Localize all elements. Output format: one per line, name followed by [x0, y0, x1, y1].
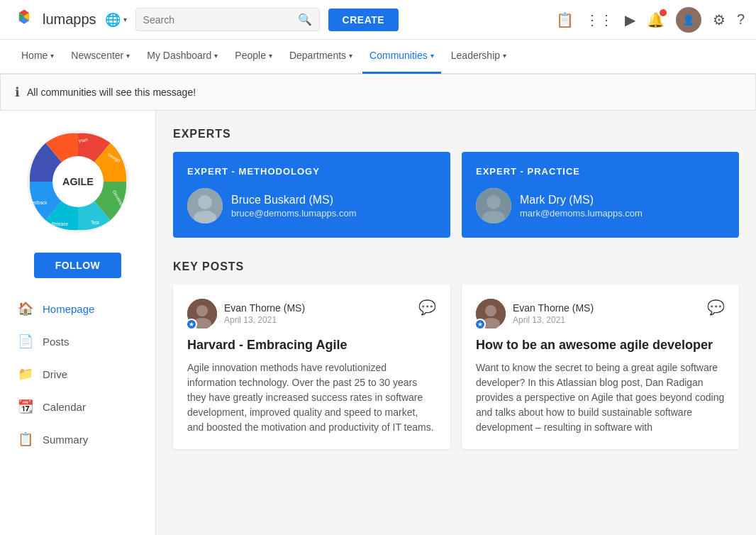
- post-excerpt-2: Want to know the secret to being a great…: [476, 360, 725, 435]
- experts-section: EXPERTS EXPERT - METHODOLOGY: [173, 128, 739, 238]
- expert-details-mark: Mark Dry (MS) mark@demoms.lumapps.com: [520, 194, 643, 219]
- post-title-1: Harvard - Embracing Agile: [187, 337, 436, 353]
- sidebar-navigation: 🏠 Homepage 📄 Posts 📁 Drive 📆 Calendar 📋 …: [0, 292, 155, 456]
- alert-banner: ℹ All communities will see this message!: [0, 74, 756, 111]
- chat-icon-1[interactable]: 💬: [418, 299, 436, 316]
- nav-item-people[interactable]: People ▾: [228, 40, 279, 74]
- grid-icon[interactable]: ⋮⋮: [585, 11, 613, 28]
- expert-avatar-bruce: [187, 188, 223, 224]
- main-content: EXPERTS EXPERT - METHODOLOGY: [156, 111, 756, 535]
- post-card-1: ★ Evan Thorne (MS) April 13, 2021 💬 Harv…: [173, 285, 450, 449]
- expert-card-title-practice: EXPERT - PRACTICE: [476, 166, 725, 177]
- avatar-bruce-image: [187, 188, 223, 224]
- nav-label-departments: Departments: [289, 50, 346, 61]
- svg-point-21: [196, 305, 208, 316]
- search-input[interactable]: [143, 14, 292, 26]
- key-posts-section: KEY POSTS ★: [173, 260, 739, 449]
- nav-label-communities: Communities: [369, 50, 428, 61]
- search-bar[interactable]: 🔍: [135, 8, 320, 31]
- clipboard-icon[interactable]: 📋: [556, 11, 574, 28]
- expert-card-methodology: EXPERT - METHODOLOGY Bruce Buskard (MS) …: [173, 152, 450, 238]
- chevron-down-icon: ▾: [269, 52, 272, 60]
- nav-label-home: Home: [21, 50, 48, 61]
- post-title-2: How to be an awesome agile developer: [476, 337, 725, 353]
- chevron-down-icon: ▾: [50, 52, 54, 60]
- nav-label-leadership: Leadership: [451, 50, 500, 61]
- expert-email-mark: mark@demoms.lumapps.com: [520, 208, 643, 219]
- chevron-down-icon: ▾: [214, 52, 218, 60]
- nav-label-mydashboard: My Dashboard: [147, 50, 211, 61]
- chevron-down-icon: ▾: [349, 52, 352, 60]
- nav-label-newscenter: Newscenter: [71, 50, 123, 61]
- translate-button[interactable]: 🌐 ▾: [105, 12, 127, 28]
- follow-button[interactable]: FOLLOW: [34, 253, 122, 278]
- sidebar-item-homepage[interactable]: 🏠 Homepage: [0, 292, 155, 325]
- sidebar-item-calendar[interactable]: 📆 Calendar: [0, 390, 155, 423]
- chat-icon-2[interactable]: 💬: [707, 299, 725, 316]
- post-author-name-1: Evan Thorne (MS): [224, 302, 305, 314]
- sidebar: AGILE Plan Design Develop Test Release F…: [0, 111, 156, 535]
- nav-item-mydashboard[interactable]: My Dashboard ▾: [140, 40, 225, 74]
- expert-email-bruce: bruce@demoms.lumapps.com: [231, 208, 356, 219]
- expert-info-bruce: Bruce Buskard (MS) bruce@demoms.lumapps.…: [187, 188, 436, 224]
- sidebar-item-label-calendar: Calendar: [43, 401, 86, 413]
- post-avatar-2: ★: [476, 299, 506, 329]
- settings-icon[interactable]: ⚙: [713, 11, 726, 28]
- chevron-down-icon: ▾: [430, 52, 434, 60]
- sidebar-item-label-summary: Summary: [43, 434, 88, 446]
- chevron-down-icon: ▾: [503, 52, 506, 60]
- key-posts-section-title: KEY POSTS: [173, 260, 739, 273]
- svg-text:AGILE: AGILE: [62, 176, 94, 187]
- experts-section-title: EXPERTS: [173, 128, 739, 140]
- nav-item-newscenter[interactable]: Newscenter ▾: [64, 40, 137, 74]
- notification-badge: [660, 9, 667, 16]
- chevron-down-icon: ▾: [123, 16, 127, 23]
- main-layout: AGILE Plan Design Develop Test Release F…: [0, 111, 756, 535]
- svg-point-24: [485, 305, 496, 316]
- svg-text:Feedback: Feedback: [27, 200, 48, 205]
- post-author-details-1: Evan Thorne (MS) April 13, 2021: [224, 302, 305, 325]
- sidebar-item-drive[interactable]: 📁 Drive: [0, 358, 155, 390]
- post-author-name-2: Evan Thorne (MS): [513, 302, 594, 314]
- sidebar-item-summary[interactable]: 📋 Summary: [0, 423, 155, 456]
- main-nav: Home ▾ Newscenter ▾ My Dashboard ▾ Peopl…: [0, 40, 756, 74]
- expert-name-mark: Mark Dry (MS): [520, 194, 643, 206]
- nav-item-leadership[interactable]: Leadership ▾: [444, 40, 513, 74]
- avatar[interactable]: 👤: [676, 7, 701, 33]
- svg-point-15: [198, 195, 212, 209]
- svg-text:Test: Test: [91, 220, 99, 225]
- calendar-icon: 📆: [17, 399, 34, 414]
- post-excerpt-1: Agile innovation methods have revolution…: [187, 360, 436, 435]
- drive-icon: 📁: [17, 366, 34, 382]
- create-button[interactable]: CREATE: [328, 9, 399, 31]
- verified-badge-2: ★: [474, 319, 486, 330]
- search-icon: 🔍: [298, 13, 312, 26]
- chevron-down-icon: ▾: [126, 52, 130, 60]
- notification-icon[interactable]: 🔔: [647, 11, 665, 28]
- experts-grid: EXPERT - METHODOLOGY Bruce Buskard (MS) …: [173, 152, 739, 238]
- nav-item-home[interactable]: Home ▾: [14, 40, 61, 74]
- post-author-1: ★ Evan Thorne (MS) April 13, 2021: [187, 299, 305, 329]
- post-header-1: ★ Evan Thorne (MS) April 13, 2021 💬: [187, 299, 436, 329]
- post-header-2: ★ Evan Thorne (MS) April 13, 2021 💬: [476, 299, 725, 329]
- verified-badge-1: ★: [186, 319, 197, 330]
- home-icon: 🏠: [17, 301, 34, 316]
- expert-avatar-mark: [476, 188, 511, 224]
- logo[interactable]: lumapps: [11, 7, 96, 33]
- avatar-mark-image: [476, 188, 511, 224]
- expert-name-bruce: Bruce Buskard (MS): [231, 194, 356, 206]
- expert-card-title-methodology: EXPERT - METHODOLOGY: [187, 166, 436, 177]
- play-icon[interactable]: ▶: [625, 11, 635, 28]
- svg-point-18: [487, 195, 501, 209]
- svg-text:Release: Release: [51, 221, 68, 226]
- nav-label-people: People: [235, 50, 266, 61]
- info-icon: ℹ: [15, 84, 20, 100]
- expert-info-mark: Mark Dry (MS) mark@demoms.lumapps.com: [476, 188, 725, 224]
- summary-icon: 📋: [17, 431, 34, 447]
- help-icon[interactable]: ?: [737, 11, 745, 28]
- expert-details-bruce: Bruce Buskard (MS) bruce@demoms.lumapps.…: [231, 194, 356, 219]
- nav-item-departments[interactable]: Departments ▾: [282, 40, 360, 74]
- nav-item-communities[interactable]: Communities ▾: [362, 40, 441, 74]
- agile-wheel-svg: AGILE Plan Design Develop Test Release F…: [21, 125, 135, 238]
- sidebar-item-posts[interactable]: 📄 Posts: [0, 325, 155, 358]
